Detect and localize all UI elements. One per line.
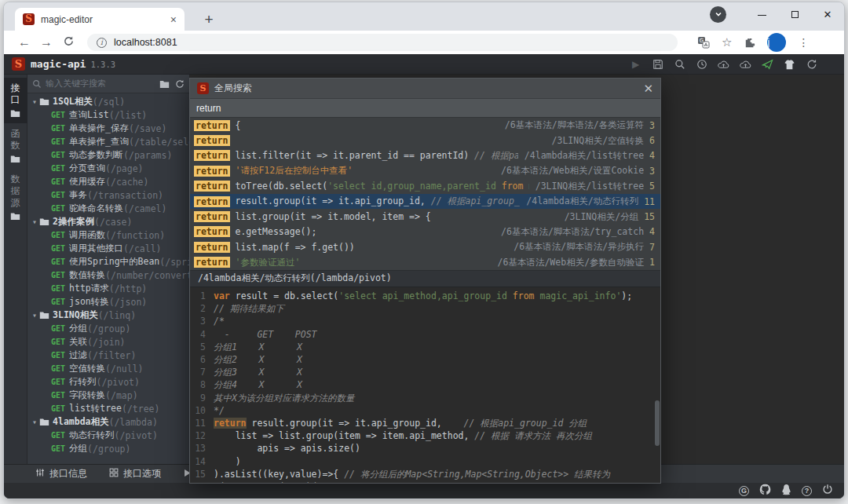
result-code: result.group(it => it.api_group_id, // 根… [230,195,521,207]
profile-avatar[interactable]: j [767,33,786,52]
tree-api-item[interactable]: GET行转列(/pivot) [27,375,189,389]
qq-icon[interactable] [781,484,791,499]
tree-api-item[interactable]: GET调用其他接口(/call) [27,242,189,255]
tree-api-item[interactable]: GET分页查询(/page) [27,162,189,175]
tree-api-item[interactable]: GET分组(/group) [27,322,189,335]
forward-icon[interactable]: → [35,35,57,49]
search-result-row[interactable]: return list.group(it => it.model, item =… [190,209,660,224]
folder-name: 1SQL相关 [53,96,93,108]
minimize-button[interactable] [745,9,778,20]
close-button[interactable]: ✕ [811,9,844,20]
api-path: (/list) [109,110,147,121]
extensions-puzzle-icon[interactable] [744,37,755,49]
activity-item-inactive[interactable]: 数据源 [4,169,27,226]
new-tab-button[interactable]: + [199,9,219,30]
tab-title: magic-editor [41,14,170,25]
close-icon[interactable]: ✕ [643,82,653,96]
line-number: 1 [190,290,214,302]
folder-icon [10,212,20,221]
tree-api-item[interactable]: GET动态参数判断(/params) [27,148,189,162]
tree-api-item[interactable]: GET驼峰命名转换(/camel) [27,202,189,215]
search-result-row[interactable]: return result.group(it => it.api_group_i… [190,194,660,209]
tree-api-item[interactable]: GET数值转换(/number/convert) [27,268,189,282]
activity-item-inactive[interactable]: 函数 [4,123,27,169]
site-info-icon[interactable]: i [97,38,107,48]
omnibox[interactable]: i localhost:8081 [87,34,678,51]
tree-api-item[interactable]: GET查询List(/list) [27,108,189,122]
run-icon[interactable]: ▶ [630,58,641,70]
result-count: 5 [649,181,655,192]
search-result-row[interactable]: return {/6基本语法/脚本语法/各类运算符3 [190,118,660,133]
search-result-row[interactable]: return/3LINQ相关/空值转换6 [190,133,660,148]
search-result-row[interactable]: return list.filter(it => it.parent_id ==… [190,148,660,163]
app-name: magic-api [31,58,86,70]
scrollbar-thumb[interactable] [655,400,660,446]
tree-api-item[interactable]: GET单表操作_保存(/save) [27,122,189,135]
github-icon[interactable] [759,484,771,499]
search-icon[interactable] [674,58,685,70]
tree-folder[interactable]: ▾2操作案例(/case) [27,215,189,228]
new-group-folder-icon[interactable] [159,79,170,89]
save-icon[interactable] [652,58,663,70]
tree-api-item[interactable]: GET动态行转列(/pivot) [27,429,189,442]
api-path: (/table/select) [129,137,189,148]
tree-api-item[interactable]: GETjson转换(/json) [27,295,189,309]
tree-api-item[interactable]: GET字段转换(/map) [27,389,189,402]
tree-api-item[interactable]: GEThttp请求(/http) [27,282,189,295]
search-result-row[interactable]: return toTree(db.select('select id,group… [190,179,660,194]
cloud-upload-icon[interactable] [718,58,729,70]
tree-api-item[interactable]: GET使用Spring中的Bean(/spring) [27,255,189,268]
bottom-tab-接口信息[interactable]: 接口信息 [35,467,87,480]
tree-api-item[interactable]: GET调用函数(/function) [27,228,189,242]
cloud-download-icon[interactable] [740,58,751,70]
tree-api-item[interactable]: GET分组(/group) [27,442,189,455]
dialog-titlebar[interactable]: S 全局搜索 ✕ [190,79,660,98]
tree-api-item[interactable]: GET使用缓存(/cache) [27,175,189,188]
folder-icon [10,109,20,118]
line-number: 13 [190,442,214,455]
api-name: 调用其他接口 [69,243,123,254]
code-token: var [214,290,230,301]
gitee-icon[interactable]: G [739,486,749,496]
bottom-tab-接口选项[interactable]: 接口选项 [109,467,161,480]
code-preview[interactable]: 1var result = db.select('select api_meth… [190,287,660,483]
code-line: 12 list => list.group(item => item.api_m… [190,429,660,442]
tree-folder[interactable]: ▾1SQL相关(/sql) [27,95,189,108]
global-search-input[interactable]: return [190,98,660,118]
search-result-row[interactable]: return list.map(f => f.get())/6基本语法/脚本语法… [190,239,660,254]
sidebar-search[interactable]: 输入关键字搜索 [27,75,189,93]
sliders-icon [35,468,45,480]
browser-tab[interactable]: S magic-editor × [15,8,185,31]
power-icon[interactable] [822,484,833,498]
folder-path: (/linq) [98,310,136,321]
tree-folder[interactable]: ▾4lambda相关(/lambda) [27,415,189,429]
search-result-row[interactable]: return e.getMessage();/6基本语法/脚本语法/try_ca… [190,225,660,239]
bookmark-star-icon[interactable]: ☆ [722,35,732,49]
browser-menu-icon[interactable]: ⋮ [798,36,809,49]
tree-api-item[interactable]: GET事务(/transaction) [27,188,189,202]
download-indicator-icon[interactable] [710,6,726,23]
tree-api-item[interactable]: GET空值转换(/null) [27,362,189,375]
address-bar: ← → i localhost:8081 G ☆ j ⋮ [4,31,844,54]
translate-icon[interactable]: G [697,36,710,49]
refresh-icon[interactable] [806,58,817,70]
search-result-row[interactable]: return '请按F12后在控制台中查看'/6基本语法/Web相关/设置Coo… [190,163,660,178]
refresh-icon[interactable] [175,79,185,89]
code-token: // 根据api_group_id 分组 [431,195,521,206]
maximize-button[interactable] [778,9,811,20]
tree-api-item[interactable]: GETlist转tree(/tree) [27,402,189,415]
help-icon[interactable]: ? [802,486,812,496]
send-icon[interactable] [762,58,773,70]
tab-close-icon[interactable]: × [170,14,177,25]
tree-api-item[interactable]: GET过滤(/filter) [27,349,189,362]
line-text: var result = db.select('select api_metho… [214,290,632,302]
tree-api-item[interactable]: GET单表操作_查询(/table/select) [27,135,189,148]
search-result-row[interactable]: return '参数验证通过'/6基本语法/Web相关/参数自动验证1 [190,255,660,270]
reload-icon[interactable] [57,35,79,50]
theme-icon[interactable] [784,58,795,70]
activity-item-active[interactable]: 接口 [4,78,27,123]
history-icon[interactable] [696,58,707,70]
back-icon[interactable]: ← [13,35,35,49]
tree-folder[interactable]: ▾3LINQ相关(/linq) [27,309,189,322]
tree-api-item[interactable]: GET关联(/join) [27,335,189,349]
